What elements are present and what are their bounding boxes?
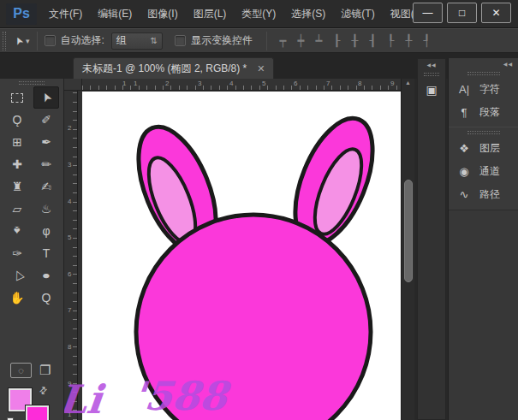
rabbit-head bbox=[136, 215, 371, 420]
panel-label: 图层 bbox=[479, 141, 500, 156]
background-color-swatch[interactable] bbox=[26, 405, 49, 420]
path-selection-tool[interactable]: ▷ bbox=[4, 264, 30, 287]
maximize-button[interactable]: □ bbox=[447, 3, 477, 23]
window-button-glyph: ✕ bbox=[491, 7, 500, 19]
panel-label: 段落 bbox=[479, 105, 500, 120]
menu-item[interactable]: 文件(F) bbox=[41, 0, 90, 27]
lasso-tool[interactable]: Ǫ bbox=[4, 109, 30, 131]
spot-healing-brush-tool[interactable]: ✚ bbox=[4, 153, 30, 175]
menu-item[interactable]: 滤镜(T) bbox=[333, 0, 382, 27]
brush-tool[interactable]: ✏ bbox=[33, 153, 59, 175]
menu-item[interactable]: 图层(L) bbox=[186, 0, 235, 27]
window-button-glyph: □ bbox=[459, 7, 465, 19]
document-tab[interactable]: 未标题-1 @ 100% (椭圆 2, RGB/8) * ✕ bbox=[73, 57, 274, 79]
type-tool[interactable]: T bbox=[33, 242, 59, 264]
move-tool[interactable]: ➤ bbox=[33, 86, 59, 109]
window-button-glyph: — bbox=[423, 7, 433, 19]
paragraph-panel-button[interactable]: ¶ 段落 bbox=[449, 101, 518, 124]
collapse-panel-icon[interactable]: ◀◀ bbox=[503, 61, 513, 67]
ellipse-tool[interactable]: ● bbox=[33, 264, 59, 287]
eyedropper-tool[interactable]: ✒ bbox=[33, 131, 59, 153]
spinner-icon: ⇅ bbox=[151, 36, 158, 45]
auto-select-target-value: 组 bbox=[116, 33, 127, 48]
quick-mask-button[interactable]: ◌ bbox=[10, 363, 32, 378]
current-tool-button[interactable]: ➤ ▾ bbox=[15, 35, 30, 47]
eraser-tool[interactable]: ▱ bbox=[4, 198, 30, 220]
character-panel-button[interactable]: A| 字符 bbox=[449, 78, 518, 101]
vertical-scrollbar[interactable]: ▲ bbox=[401, 79, 414, 420]
close-icon[interactable]: ✕ bbox=[257, 63, 265, 74]
minimize-button[interactable]: — bbox=[413, 3, 443, 23]
channels-panel-button[interactable]: ◉ 通道 bbox=[449, 160, 518, 183]
close-button[interactable]: ✕ bbox=[481, 3, 511, 23]
quick-selection-tool[interactable]: ✐ bbox=[33, 109, 59, 131]
clone-stamp-tool[interactable]: ♜ bbox=[4, 175, 30, 198]
panel-header: ◀◀ bbox=[449, 58, 518, 68]
align-right-edges-icon[interactable]: ┨ bbox=[364, 33, 382, 50]
tools-grid: ➤Ǫ✐⊞✒✚✏♜✍▱♨♠φ✑T▷●✋Q bbox=[0, 86, 63, 309]
show-transform-checkbox[interactable] bbox=[175, 35, 186, 46]
auto-select-checkbox[interactable] bbox=[45, 35, 56, 46]
menu-item[interactable]: 选择(S) bbox=[283, 0, 333, 27]
align-vertical-centers-icon[interactable]: ┿ bbox=[292, 33, 310, 50]
divider bbox=[449, 127, 518, 127]
panel-thumbnail-icon: ▣ bbox=[426, 83, 437, 97]
document-tab-title: 未标题-1 @ 100% (椭圆 2, RGB/8) * bbox=[82, 62, 247, 76]
hand-tool[interactable]: ✋ bbox=[4, 287, 30, 309]
menu-item[interactable]: 类型(Y) bbox=[234, 0, 283, 27]
blur-tool[interactable]: ♠ bbox=[4, 220, 30, 242]
align-left-edges-icon[interactable]: ┠ bbox=[328, 33, 346, 50]
scroll-up-icon[interactable]: ▲ bbox=[402, 80, 414, 86]
toolbox-gripper[interactable] bbox=[19, 81, 45, 85]
menu-item[interactable]: 图像(I) bbox=[140, 0, 185, 27]
chevron-down-icon: ▾ bbox=[26, 37, 30, 45]
separator bbox=[266, 32, 267, 50]
menu-bar: Ps 文件(F)编辑(E)图像(I)图层(L)类型(Y)选择(S)滤镜(T)视图… bbox=[0, 0, 518, 28]
options-bar: ➤ ▾ 自动选择: 组 ⇅ 显示变换控件 ┯┿┷┠╂┨┞╀┦ bbox=[0, 28, 518, 53]
align-bottom-edges-icon[interactable]: ┷ bbox=[310, 33, 328, 50]
align-top-edges-icon[interactable]: ┯ bbox=[274, 33, 292, 50]
rectangular-marquee-tool[interactable] bbox=[4, 86, 30, 109]
auto-select-label: 自动选择: bbox=[61, 33, 104, 48]
photoshop-logo: Ps bbox=[6, 3, 37, 25]
panel-icon: A| bbox=[456, 83, 472, 96]
paths-panel-button[interactable]: ∿ 路径 bbox=[449, 183, 518, 206]
distribute-top-edges-icon[interactable]: ┞ bbox=[382, 33, 400, 50]
menu-item[interactable]: 编辑(E) bbox=[90, 0, 140, 27]
crop-tool[interactable]: ⊞ bbox=[4, 131, 30, 153]
empty-panel-area bbox=[449, 210, 518, 420]
show-transform-label: 显示变换控件 bbox=[191, 33, 253, 48]
collapse-panel-icon[interactable]: ◀◀ bbox=[426, 62, 436, 68]
panel-gripper[interactable] bbox=[424, 73, 439, 76]
scrollbar-thumb[interactable] bbox=[404, 180, 413, 282]
panel-gripper[interactable] bbox=[467, 131, 500, 134]
panel-gripper[interactable] bbox=[467, 72, 500, 75]
color-swatches: ⇄ bbox=[0, 385, 64, 420]
screen-mode-button[interactable]: ❐ bbox=[39, 363, 51, 378]
swap-colors-icon[interactable]: ⇄ bbox=[37, 384, 51, 398]
collapsed-panel-button[interactable]: ▣ bbox=[420, 80, 443, 100]
auto-select-target-dropdown[interactable]: 组 ⇅ bbox=[111, 33, 163, 50]
align-buttons: ┯┿┷┠╂┨┞╀┦ bbox=[274, 33, 436, 50]
pen-tool[interactable]: ✑ bbox=[4, 242, 30, 264]
separator bbox=[37, 32, 38, 50]
options-bar-gripper[interactable] bbox=[3, 32, 6, 50]
panel-label: 通道 bbox=[479, 164, 500, 179]
zoom-tool[interactable]: Q bbox=[33, 287, 59, 309]
dodge-tool[interactable]: φ bbox=[33, 220, 59, 242]
paint-bucket-tool[interactable]: ♨ bbox=[33, 198, 59, 220]
panel-label: 路径 bbox=[479, 187, 500, 202]
layers-panel-button[interactable]: ❖ 图层 bbox=[449, 137, 518, 160]
window-controls: —□✕ bbox=[413, 3, 511, 23]
panel-label: 字符 bbox=[479, 82, 500, 97]
distribute-vertical-centers-icon[interactable]: ╀ bbox=[400, 33, 418, 50]
collapsed-panel-column: ◀◀ ▣ bbox=[417, 58, 446, 420]
panel-icon: ¶ bbox=[456, 106, 472, 119]
distribute-bottom-edges-icon[interactable]: ┦ bbox=[418, 33, 436, 50]
screen-mode-icon: ❐ bbox=[39, 363, 51, 377]
align-horizontal-centers-icon[interactable]: ╂ bbox=[346, 33, 364, 50]
history-brush-tool[interactable]: ✍ bbox=[33, 175, 59, 198]
quick-mask-icon: ◌ bbox=[18, 365, 24, 376]
panel-dock: ◀◀ A| 字符 ¶ 段落 ❖ 图层 ◉ 通道 bbox=[448, 58, 518, 420]
canvas-page[interactable] bbox=[82, 92, 401, 420]
